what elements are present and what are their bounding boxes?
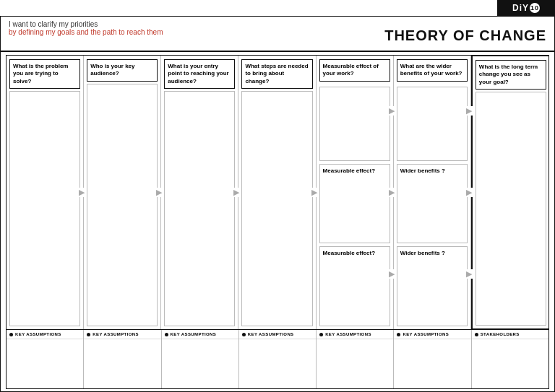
inner-layout: What is the problem you are trying to so… (0, 52, 555, 392)
dot-2 (87, 333, 90, 336)
col6-subbox-2: Wider benefits ? (397, 246, 468, 326)
col5-subbox-1-label: Measurable effect? (323, 167, 375, 174)
col1-header: What is the problem you are trying to so… (9, 59, 80, 89)
col2-header: Who is your key audience? (87, 59, 158, 82)
col4-empty-box (241, 91, 312, 326)
assumption-col-5: KEY ASSUMPTIONS (317, 330, 394, 388)
column-5: Measurable effect of your work? Measurab… (317, 56, 394, 329)
diy-label: DiY (512, 3, 529, 13)
assumption-header-1: KEY ASSUMPTIONS (7, 330, 83, 339)
assumption-header-6: KEY ASSUMPTIONS (394, 330, 470, 339)
col6-body: Wider benefits ? Wider benefits ? (394, 87, 470, 329)
col2-empty-box (87, 84, 158, 326)
dot-1 (9, 333, 13, 336)
column-1: What is the problem you are trying to so… (7, 56, 84, 329)
assumption-label-5: KEY ASSUMPTIONS (325, 332, 371, 336)
assumption-col-3: KEY ASSUMPTIONS (162, 330, 239, 388)
dot-7 (475, 333, 478, 336)
assumption-col-2: KEY ASSUMPTIONS (84, 330, 161, 388)
col4-body (238, 91, 315, 329)
col6-subbox-1-label: Wider benefits ? (400, 167, 445, 174)
col3-empty-box (164, 91, 235, 326)
col2-body (84, 84, 160, 329)
col7-empty-box (476, 92, 546, 326)
assumptions-strip: KEY ASSUMPTIONS KEY ASSUMPTIONS KEY ASSU… (6, 330, 549, 389)
col5-subbox-1: Measurable effect? (319, 164, 390, 244)
dot-5 (319, 333, 323, 336)
assumption-header-5: KEY ASSUMPTIONS (317, 330, 393, 339)
col3-header: What is your entry point to reaching you… (164, 59, 235, 89)
assumption-label-3: KEY ASSUMPTIONS (171, 332, 217, 336)
col6-subbox-1: Wider benefits ? (397, 164, 468, 244)
columns-wrapper: What is the problem you are trying to so… (6, 55, 549, 330)
col5-subbox-2: Measurable effect? (319, 246, 390, 326)
assumption-header-2: KEY ASSUMPTIONS (84, 330, 160, 339)
col1-body (7, 91, 83, 329)
col5-subbox-2-label: Measurable effect? (323, 250, 375, 256)
column-3: What is your entry point to reaching you… (161, 56, 238, 329)
assumption-label-6: KEY ASSUMPTIONS (403, 332, 449, 336)
assumption-header-3: KEY ASSUMPTIONS (162, 330, 238, 339)
assumption-header-4: KEY ASSUMPTIONS (239, 330, 316, 339)
assumption-label-1: KEY ASSUMPTIONS (15, 332, 61, 336)
page-header: I want to clarify my priorities by defin… (0, 16, 555, 52)
assumption-label-7: STAKEHOLDERS (481, 332, 520, 336)
col6-subbox-2-label: Wider benefits ? (400, 250, 445, 256)
header-left: I want to clarify my priorities by defin… (9, 20, 384, 36)
subtitle-line2: by defining my goals and the path to rea… (9, 28, 384, 36)
assumption-col-7: STAKEHOLDERS (472, 330, 548, 388)
subtitle-line1: I want to clarify my priorities (9, 20, 384, 28)
col1-empty-box (9, 91, 80, 326)
col4-header: What steps are needed to bring about cha… (241, 59, 312, 89)
col3-body (161, 91, 238, 329)
col5-empty-top (319, 87, 390, 161)
top-bar: DiY 10 (497, 0, 555, 16)
assumption-label-2: KEY ASSUMPTIONS (92, 332, 139, 336)
dot-6 (397, 333, 400, 336)
col6-empty-top (397, 87, 468, 161)
col5-body: Measurable effect? Measurable effect? (317, 87, 393, 329)
column-6: What are the wider benefits of your work… (394, 56, 471, 329)
column-2: Who is your key audience? (84, 56, 161, 329)
assumption-col-1: KEY ASSUMPTIONS (7, 330, 84, 388)
col5-header: Measurable effect of your work? (319, 59, 390, 82)
col7-body (473, 92, 549, 328)
col6-header: What are the wider benefits of your work… (397, 59, 468, 82)
assumption-label-4: KEY ASSUMPTIONS (248, 332, 294, 336)
page-title: THEORY OF CHANGE (384, 27, 546, 44)
assumption-header-7: STAKEHOLDERS (472, 330, 548, 339)
col7-header: What is the long term change you see as … (476, 60, 546, 90)
column-7: What is the long term change you see as … (471, 55, 549, 330)
column-4: What steps are needed to bring about cha… (238, 56, 316, 329)
assumption-col-6: KEY ASSUMPTIONS (394, 330, 471, 388)
dot-3 (165, 333, 168, 336)
assumption-col-4: KEY ASSUMPTIONS (239, 330, 317, 388)
dot-4 (242, 333, 246, 336)
version-badge: 10 (530, 3, 540, 13)
